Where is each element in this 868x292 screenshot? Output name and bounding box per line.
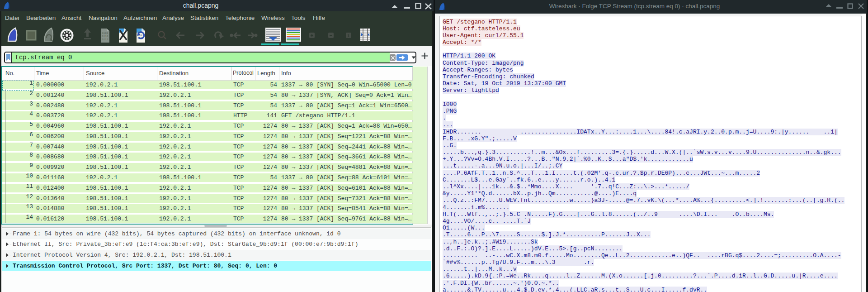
- svg-text:0101: 0101: [102, 32, 108, 35]
- svg-text:0111: 0111: [102, 38, 108, 41]
- svg-text:0110: 0110: [102, 35, 108, 38]
- svg-text:1: 1: [347, 34, 349, 38]
